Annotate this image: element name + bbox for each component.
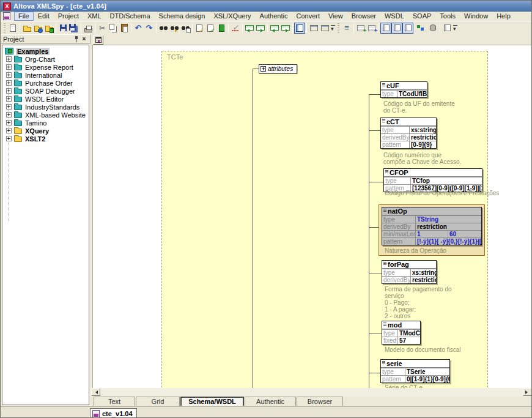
element-box-mod[interactable]: mod typeTModCT fixed57 [382, 321, 421, 345]
menu-edit[interactable]: Edit [34, 12, 54, 21]
expand-icon[interactable] [6, 120, 12, 125]
tree-item-industrystandards[interactable]: IndustryStandards [2, 103, 89, 111]
expand-attributes-icon[interactable] [260, 66, 266, 72]
copy-icon[interactable] [108, 23, 119, 34]
menu-authentic[interactable]: Authentic [256, 12, 292, 21]
tree-item-xslt2[interactable]: XSLT2 [2, 135, 89, 143]
reload-file-icon[interactable] [43, 23, 54, 34]
tree-item-purchase-order[interactable]: Purchase Order [2, 79, 89, 87]
print-icon[interactable] [83, 23, 94, 34]
new-file-icon[interactable] [7, 23, 18, 34]
tab-schema-wsdl[interactable]: Schema/WSDL [180, 397, 244, 406]
check-wellformed-icon[interactable] [194, 23, 205, 34]
horizontal-scrollbar[interactable] [91, 388, 532, 397]
menu-xsl-xquery[interactable]: XSL/XQuery [209, 12, 255, 21]
spelling-icon[interactable] [230, 23, 241, 34]
menu-window[interactable]: Window [460, 12, 492, 21]
menu-help[interactable]: Help [492, 12, 515, 21]
validate-icon[interactable] [205, 23, 216, 34]
toolbar-grip[interactable] [4, 23, 6, 33]
save-all-icon[interactable] [68, 23, 79, 34]
show-globals-button[interactable] [93, 35, 103, 45]
append-row-icon[interactable] [366, 23, 377, 34]
schema-canvas[interactable]: TCTe attributes cUF typeTCodUfIBGE Códig… [92, 45, 532, 388]
attributes-box[interactable]: attributes [259, 64, 297, 73]
element-box-serie[interactable]: serie typeTSerie pattern0|[1-9]{1}[0-9]{… [380, 359, 450, 383]
display-diagram-toggle-1[interactable] [380, 23, 391, 34]
menu-wsdl[interactable]: WSDL [380, 12, 408, 21]
element-box-cct[interactable]: cCT typexs:string derivedByrestriction p… [380, 118, 437, 149]
document-tab-cte[interactable]: cte_v1.04 [90, 408, 137, 418]
tree-item-xquery[interactable]: XQuery [2, 127, 89, 135]
menu-file[interactable]: File [14, 12, 34, 21]
title-bar[interactable]: X Altova XMLSpy - [cte_v1.04] [1, 1, 532, 12]
expand-icon[interactable] [6, 64, 12, 70]
menu-project[interactable]: Project [54, 12, 83, 21]
expand-icon[interactable] [6, 136, 12, 141]
toolbar-overflow-icon[interactable] [330, 24, 336, 32]
assign-schema-icon[interactable] [216, 23, 227, 34]
element-box-cfop[interactable]: CFOP typeTCfop pattern[123567][0-9]([0-9… [383, 168, 482, 192]
insert-row-icon[interactable] [355, 23, 366, 34]
insert-element-left-icon[interactable] [244, 23, 255, 34]
insert-element-right-icon[interactable] [255, 23, 266, 34]
expand-icon[interactable] [6, 96, 12, 102]
window-icon-2[interactable] [319, 23, 330, 34]
tree-item-soap-debugger[interactable]: SOAP Debugger [2, 87, 89, 95]
window-icon-1[interactable] [308, 23, 319, 34]
paste-icon[interactable] [119, 23, 130, 34]
tab-authentic[interactable]: Authentic [245, 397, 296, 406]
tree-item-xml-based-website[interactable]: XML-based Website [2, 111, 89, 119]
expand-icon[interactable] [6, 56, 12, 62]
redo-icon[interactable] [144, 23, 155, 34]
menu-tools[interactable]: Tools [435, 12, 460, 21]
menu-dtd-schema[interactable]: DTD/Schema [106, 12, 155, 21]
expand-icon[interactable] [6, 128, 12, 133]
find-next-icon[interactable] [169, 23, 180, 34]
grid-view-icon[interactable] [294, 23, 305, 34]
append-element-left-icon[interactable] [269, 23, 280, 34]
toolbar-grip-2[interactable] [338, 23, 339, 33]
tab-grid[interactable]: Grid [136, 397, 180, 406]
menu-browser[interactable]: Browser [347, 12, 380, 21]
element-box-cuf[interactable]: cUF typeTCodUfIBGE [380, 81, 427, 98]
mdi-document-icon[interactable] [3, 12, 10, 20]
tab-browser[interactable]: Browser [297, 397, 343, 406]
toolbar-overflow-icon-2[interactable] [453, 24, 458, 32]
cut-icon[interactable] [97, 23, 108, 34]
append-element-right-icon[interactable] [280, 23, 291, 34]
replace-icon[interactable] [180, 23, 191, 34]
element-box-forpag[interactable]: forPag typexs:string derivedByrestrictio… [382, 260, 437, 284]
save-icon[interactable] [57, 23, 68, 34]
display-diagram-toggle-2[interactable] [391, 23, 402, 34]
tree-item-expense-report[interactable]: Expense Report [2, 63, 89, 71]
display-diagram-toggle-3[interactable] [402, 23, 413, 34]
expand-icon[interactable] [6, 104, 12, 110]
open-file-icon[interactable] [21, 23, 32, 34]
tree-item-examples[interactable]: Examples [2, 47, 89, 55]
expand-icon[interactable] [6, 88, 12, 94]
close-icon[interactable]: × [80, 35, 88, 43]
undo-icon[interactable] [133, 23, 144, 34]
expand-icon[interactable] [6, 112, 12, 118]
tree-item-wsdl-editor[interactable]: WSDL Editor [2, 95, 89, 103]
element-box-natop[interactable]: natOp typeTString derivedByrestriction m… [382, 207, 482, 245]
menu-convert[interactable]: Convert [292, 12, 324, 21]
schema-design-pair-icon[interactable] [416, 23, 427, 34]
menu-xml[interactable]: XML [83, 12, 106, 21]
expand-icon[interactable] [6, 80, 12, 86]
sort-icon[interactable] [341, 23, 352, 34]
menu-schema-design[interactable]: Schema design [155, 12, 210, 21]
pin-icon[interactable] [72, 35, 80, 43]
expand-icon[interactable] [6, 72, 12, 78]
schema-misc-icon[interactable] [441, 23, 453, 34]
tree-item-org-chart[interactable]: Org-Chart [2, 55, 89, 63]
tab-text[interactable]: Text [94, 397, 135, 406]
scroll-right-button[interactable] [523, 388, 532, 396]
menu-soap[interactable]: SOAP [408, 12, 436, 21]
database-icon[interactable] [427, 23, 438, 34]
tree-item-tamino[interactable]: Tamino [2, 119, 89, 127]
open-url-icon[interactable] [32, 23, 43, 34]
find-icon[interactable] [158, 23, 169, 34]
tree-item-international[interactable]: International [2, 71, 89, 79]
